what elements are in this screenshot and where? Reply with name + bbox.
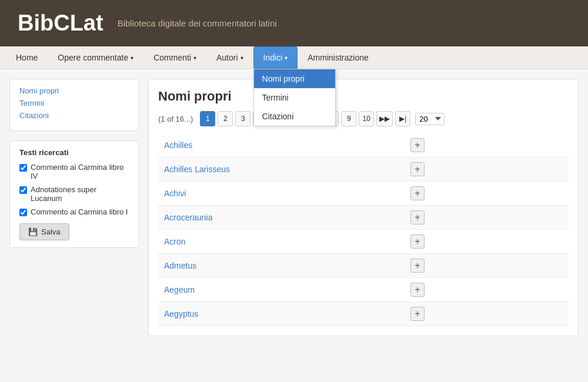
name-link[interactable]: Acron (164, 237, 186, 246)
name-link[interactable]: Acroceraunia (164, 213, 213, 222)
sidebar-item-citazioni[interactable]: Citazioni (19, 111, 129, 120)
page-btn-2[interactable]: 2 (218, 111, 233, 126)
search-checkbox-2[interactable] (19, 186, 27, 194)
indici-dropdown: Nomi propri Termini Citazioni (253, 69, 336, 126)
floppy-icon: 💾 (28, 227, 38, 236)
nav-home[interactable]: Home (6, 46, 48, 69)
header: BibCLat Biblioteca digitale dei commenta… (0, 0, 588, 46)
sidebar-search-panel: Testi ricercati Commento ai Carmina libr… (9, 140, 139, 248)
page-btn-3[interactable]: 3 (235, 111, 250, 126)
page-btn-10[interactable]: 10 (359, 111, 374, 126)
name-link[interactable]: Admetus (164, 261, 196, 270)
names-table: Achilles + Achilles Larisseus + Achivi +… (158, 133, 569, 326)
search-label-1: Commento ai Carmina libro IV (31, 163, 129, 180)
table-row: Acron + (158, 230, 569, 254)
nav-autori[interactable]: Autori ▾ (206, 46, 253, 69)
nav-indici-wrapper: Indici ▾ Nomi propri Termini Citazioni (253, 46, 298, 69)
dropdown-nomi-propri[interactable]: Nomi propri (254, 69, 335, 88)
sidebar: Nomi propri Termini Citazioni Testi rice… (9, 79, 139, 336)
expand-button[interactable]: + (410, 138, 425, 152)
pagination-bar: (1 of 16...) 1 2 3 4 5 6 7 8 9 10 ▶▶ ▶| … (158, 111, 569, 126)
name-link[interactable]: Achivi (164, 189, 186, 198)
page-btn-9[interactable]: 9 (341, 111, 356, 126)
search-item-2: Adnotationes super Lucanum (19, 185, 129, 203)
save-button[interactable]: 💾 Salva (19, 223, 69, 240)
site-subtitle: Biblioteca digitale dei commentatori lat… (118, 18, 277, 28)
name-link[interactable]: Aegyptus (164, 309, 198, 319)
navbar: Home Opere commentate ▾ Commenti ▾ Autor… (0, 46, 588, 69)
search-section-title: Testi ricercati (19, 148, 129, 157)
nav-opere[interactable]: Opere commentate ▾ (48, 46, 143, 69)
nav-commenti[interactable]: Commenti ▾ (143, 46, 206, 69)
sidebar-item-termini[interactable]: Termini (19, 99, 129, 108)
expand-button[interactable]: + (410, 162, 425, 176)
nav-amministrazione[interactable]: Amministrazione (298, 46, 378, 69)
expand-button[interactable]: + (410, 307, 425, 321)
table-row: Admetus + (158, 254, 569, 278)
expand-button[interactable]: + (410, 210, 425, 224)
name-link[interactable]: Achilles Larisseus (164, 165, 230, 174)
search-item-3: Commento ai Carmina libro I (19, 207, 129, 216)
site-logo: BibCLat (18, 11, 103, 36)
sidebar-nav-links: Nomi propri Termini Citazioni (9, 79, 139, 131)
per-page-select[interactable]: 20 50 100 (415, 113, 445, 125)
search-label-3: Commento ai Carmina libro I (31, 207, 128, 216)
dropdown-citazioni[interactable]: Citazioni (254, 107, 335, 126)
name-link[interactable]: Aegeum (164, 285, 195, 294)
expand-button[interactable]: + (410, 259, 425, 273)
table-row: Achilles + (158, 133, 569, 158)
nav-indici[interactable]: Indici ▾ (253, 46, 298, 69)
expand-button[interactable]: + (410, 283, 425, 297)
sidebar-item-nomi-propri[interactable]: Nomi propri (19, 86, 129, 95)
main-content: Nomi propri (1 of 16...) 1 2 3 4 5 6 7 8… (148, 79, 579, 336)
name-link[interactable]: Achilles (164, 140, 192, 150)
table-row: Achilles Larisseus + (158, 158, 569, 182)
chevron-down-icon: ▾ (131, 55, 133, 61)
search-item-1: Commento ai Carmina libro IV (19, 163, 129, 180)
search-checkbox-1[interactable] (19, 164, 27, 172)
expand-button[interactable]: + (410, 186, 425, 200)
table-row: Aegeum + (158, 278, 569, 302)
search-checkbox-3[interactable] (19, 209, 27, 216)
table-row: Acroceraunia + (158, 206, 569, 230)
last-page-button[interactable]: ▶| (395, 111, 410, 126)
search-label-2: Adnotationes super Lucanum (31, 185, 129, 203)
table-row: Achivi + (158, 182, 569, 206)
pagination-info: (1 of 16...) (158, 115, 193, 123)
page-title: Nomi propri (158, 89, 569, 104)
chevron-down-icon: ▾ (285, 55, 288, 61)
page-btn-1[interactable]: 1 (200, 111, 215, 126)
chevron-down-icon: ▾ (193, 55, 196, 61)
fast-forward-button[interactable]: ▶▶ (376, 111, 393, 126)
dropdown-termini[interactable]: Termini (254, 88, 335, 107)
table-row: Aegyptus + (158, 302, 569, 326)
expand-button[interactable]: + (410, 234, 425, 249)
chevron-down-icon: ▾ (240, 55, 243, 61)
